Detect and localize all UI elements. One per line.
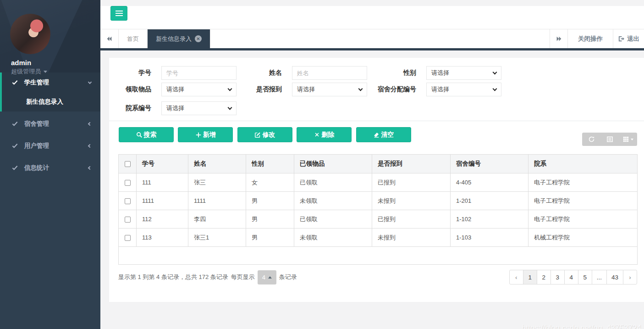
- select-all-checkbox[interactable]: [125, 161, 131, 167]
- chevron-down-icon: [358, 87, 363, 91]
- page-size-dropdown[interactable]: 4: [258, 270, 276, 284]
- sidebar-item-user-management[interactable]: 用户管理: [0, 136, 100, 156]
- close-operations-button[interactable]: 关闭操作: [568, 29, 613, 48]
- row-checkbox[interactable]: [125, 180, 131, 186]
- table-row[interactable]: 113 张三1 男 未领取 未报到 1-103 机械工程学院: [119, 229, 638, 247]
- sidebar-item-info-statistics[interactable]: 信息统计: [0, 158, 100, 178]
- cell-dorm: 1-103: [451, 229, 528, 247]
- next-page-button[interactable]: ›: [623, 270, 637, 284]
- page-button-2[interactable]: 2: [537, 270, 551, 284]
- table-row[interactable]: 111 张三 女 已领取 已报到 4-405 电子工程学院: [119, 173, 638, 192]
- button-label: 清空: [381, 131, 394, 139]
- cell-department: 电子工程学院: [528, 210, 638, 229]
- tab-home[interactable]: 首页: [119, 29, 148, 48]
- cell-dorm: 1-201: [451, 192, 528, 210]
- page-button-1[interactable]: 1: [523, 270, 537, 284]
- sidebar-profile: admin 超级管理员: [0, 0, 100, 72]
- page-button-43[interactable]: 43: [606, 270, 623, 284]
- refresh-icon: [588, 136, 595, 143]
- checked-in-select[interactable]: 请选择: [292, 83, 367, 96]
- per-page-suffix: 条记录: [279, 273, 297, 281]
- page-button-5[interactable]: 5: [578, 270, 592, 284]
- button-label: 搜索: [144, 131, 157, 139]
- field-dorm-assignment: 宿舍分配编号 请选择: [377, 83, 501, 96]
- student-id-input[interactable]: [161, 66, 237, 80]
- double-chevron-right-icon: [556, 36, 562, 42]
- cell-name: 李四: [188, 210, 246, 229]
- dorm-assignment-select[interactable]: 请选择: [426, 83, 501, 96]
- column-header: 宿舍编号: [451, 155, 528, 173]
- tabs-scroll-right-button[interactable]: [550, 29, 568, 48]
- chevron-down-icon: [493, 87, 497, 91]
- students-table: 学号 姓名 性别 已领物品 是否报到 宿舍编号 院系 111: [118, 154, 638, 265]
- add-button[interactable]: 新增: [178, 127, 233, 142]
- delete-button[interactable]: 删除: [297, 127, 352, 142]
- field-label: 宿舍分配编号: [377, 83, 416, 96]
- column-header: 院系: [528, 155, 638, 173]
- table-header-row: 学号 姓名 性别 已领物品 是否报到 宿舍编号 院系: [119, 155, 638, 173]
- columns-dropdown-button[interactable]: [619, 133, 637, 146]
- page-button-3[interactable]: 3: [550, 270, 565, 284]
- cell-student-id: 113: [137, 229, 188, 247]
- cell-name: 1111: [188, 192, 246, 210]
- tabbar-spacer: [210, 29, 550, 48]
- sign-out-icon: [618, 35, 625, 42]
- page-button-4[interactable]: 4: [564, 270, 578, 284]
- table-row[interactable]: 1111 1111 男 未领取 未报到 1-201 电子工程学院: [119, 192, 638, 210]
- cell-name: 张三: [188, 173, 246, 192]
- chevron-left-icon: [88, 166, 92, 170]
- cell-department: 电子工程学院: [528, 192, 638, 210]
- sidebar-item-label: 用户管理: [24, 142, 49, 150]
- tab-freshman-entry[interactable]: 新生信息录入 ✕: [148, 29, 210, 48]
- cell-items: 已领取: [294, 173, 372, 192]
- sidebar-item-student-management[interactable]: 学生管理: [2, 72, 100, 92]
- field-label: 领取物品: [112, 83, 151, 96]
- search-button[interactable]: 搜索: [119, 127, 174, 142]
- sidebar-item-label: 学生管理: [24, 78, 49, 87]
- name-input[interactable]: [292, 66, 367, 80]
- sidebar-item-freshman-entry[interactable]: 新生信息录入: [2, 92, 100, 112]
- caret-down-icon: [631, 139, 633, 140]
- field-student-id: 学号: [112, 66, 237, 80]
- row-checkbox[interactable]: [125, 217, 131, 223]
- action-toolbar: 搜索 新增 修改 删除: [119, 127, 637, 142]
- prev-page-button[interactable]: ‹: [509, 270, 523, 284]
- tabs-scroll-left-button[interactable]: [100, 29, 119, 48]
- sidebar-subitem-label: 新生信息录入: [26, 98, 63, 106]
- cell-department: 机械工程学院: [528, 229, 638, 247]
- row-checkbox[interactable]: [125, 235, 131, 241]
- edit-button[interactable]: 修改: [237, 127, 292, 142]
- sidebar-nav: 学生管理 新生信息录入 宿舍管理 用户管理 信息统计: [0, 72, 100, 178]
- cell-checkin: 未报到: [372, 229, 451, 247]
- close-operations-label: 关闭操作: [578, 35, 603, 43]
- toggle-view-button[interactable]: [600, 133, 619, 146]
- refresh-button[interactable]: [582, 133, 600, 146]
- select-value: 请选择: [431, 85, 449, 94]
- watermark-text: https://blog.csdn.net/qq_43753724: [522, 323, 641, 329]
- field-label: 性别: [377, 66, 416, 80]
- chevron-down-icon: [228, 106, 232, 110]
- user-name: admin: [0, 54, 100, 67]
- chevron-down-icon: [493, 70, 497, 75]
- menu-toggle-button[interactable]: [110, 6, 127, 21]
- search-icon: [136, 132, 143, 138]
- button-label: 新增: [203, 131, 216, 139]
- sidebar-item-dorm-management[interactable]: 宿舍管理: [0, 114, 100, 134]
- department-select[interactable]: 请选择: [161, 101, 237, 115]
- clear-button[interactable]: 清空: [356, 127, 411, 142]
- pagination-info: 显示第 1 到第 4 条记录，总共 172 条记录 每页显示 4 条记录: [118, 270, 297, 284]
- page-ellipsis-button[interactable]: ...: [592, 270, 607, 284]
- cell-dorm: 4-405: [451, 173, 528, 192]
- main-area: 首页 新生信息录入 ✕ 关闭操作 退出: [100, 0, 644, 329]
- items-received-select[interactable]: 请选择: [161, 83, 237, 96]
- chevron-down-icon: [88, 80, 92, 84]
- tab-close-icon[interactable]: ✕: [195, 35, 202, 42]
- table-row[interactable]: 112 李四 男 已领取 已报到 1-102 电子工程学院: [119, 210, 638, 229]
- chevron-left-icon: [88, 144, 92, 148]
- logout-button[interactable]: 退出: [613, 29, 644, 48]
- gender-select[interactable]: 请选择: [426, 66, 501, 80]
- cell-gender: 男: [246, 210, 294, 229]
- cell-name: 张三1: [188, 229, 246, 247]
- select-value: 请选择: [297, 85, 315, 94]
- row-checkbox[interactable]: [125, 198, 131, 204]
